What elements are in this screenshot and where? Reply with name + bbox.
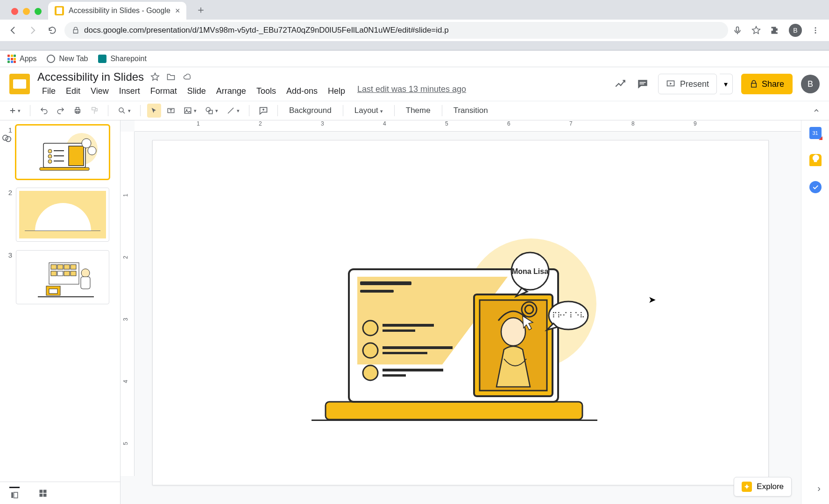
keep-addon-icon[interactable] xyxy=(809,154,822,166)
slide-canvas[interactable]: Mona Lisa ⠏⠗⠊ ⠇⠑⠧ xyxy=(152,140,769,485)
svg-rect-57 xyxy=(360,290,394,293)
menu-edit[interactable]: Edit xyxy=(61,84,85,98)
browser-tab[interactable]: Accessibility in Slides - Google × xyxy=(48,2,186,20)
paint-format-button[interactable] xyxy=(87,104,101,118)
menu-tools[interactable]: Tools xyxy=(252,84,281,98)
bookmark-apps[interactable]: Apps xyxy=(7,55,36,63)
minimize-window-button[interactable] xyxy=(23,8,30,15)
menu-insert[interactable]: Insert xyxy=(114,84,145,98)
line-tool[interactable] xyxy=(224,104,242,118)
print-button[interactable] xyxy=(71,104,85,118)
move-folder-icon[interactable] xyxy=(166,72,176,82)
present-icon xyxy=(666,79,675,89)
address-bar: docs.google.com/presentation/d/1MVs98m-v… xyxy=(0,20,829,41)
filmstrip[interactable]: 1 xyxy=(0,120,120,504)
menu-arrange[interactable]: Arrange xyxy=(212,84,251,98)
svg-point-24 xyxy=(48,154,52,158)
reload-button[interactable] xyxy=(45,23,60,38)
star-outline-icon[interactable] xyxy=(150,72,160,82)
new-slide-button[interactable]: ▾ xyxy=(6,104,23,118)
redo-button[interactable] xyxy=(54,104,68,118)
slide-comment-indicator-icon[interactable] xyxy=(2,133,12,144)
menu-slide[interactable]: Slide xyxy=(183,84,211,98)
svg-point-22 xyxy=(48,149,52,153)
tasks-addon-icon[interactable] xyxy=(809,181,822,193)
forward-button[interactable] xyxy=(25,23,40,38)
svg-point-2 xyxy=(815,30,816,31)
svg-rect-25 xyxy=(54,155,64,156)
filmstrip-view-icon[interactable] xyxy=(9,487,20,499)
svg-rect-44 xyxy=(38,296,94,297)
thumbnail-3[interactable] xyxy=(16,250,109,304)
transition-button[interactable]: Transition xyxy=(449,106,493,115)
image-tool[interactable] xyxy=(181,104,199,118)
menu-help[interactable]: Help xyxy=(323,84,350,98)
present-dropdown[interactable]: ▾ xyxy=(720,74,733,94)
comments-icon[interactable] xyxy=(636,77,650,91)
theme-button[interactable]: Theme xyxy=(401,106,435,115)
menu-bar: File Edit View Insert Format Slide Arran… xyxy=(37,84,466,98)
collapse-toolbar-button[interactable] xyxy=(809,104,823,118)
slide-thumb-2[interactable]: 2 xyxy=(5,188,115,242)
slide-thumb-1[interactable]: 1 xyxy=(5,125,115,179)
menu-view[interactable]: View xyxy=(86,84,113,98)
svg-point-64 xyxy=(363,365,378,380)
background-button[interactable]: Background xyxy=(284,106,336,115)
browser-menu-icon[interactable] xyxy=(811,26,820,35)
thumb1-art xyxy=(16,126,109,179)
svg-rect-63 xyxy=(383,352,427,354)
apps-grid-icon xyxy=(7,55,16,63)
shape-tool[interactable] xyxy=(202,104,221,118)
bookmark-star-icon[interactable] xyxy=(751,26,761,35)
svg-text:⠏⠗⠊ ⠇⠑⠧: ⠏⠗⠊ ⠇⠑⠧ xyxy=(552,311,585,319)
cloud-saved-icon[interactable] xyxy=(182,73,192,81)
close-window-button[interactable] xyxy=(11,8,18,15)
browser-profile-badge[interactable]: B xyxy=(789,24,802,37)
bookmarks-bar: Apps New Tab Sharepoint xyxy=(0,50,829,67)
calendar-addon-icon[interactable]: 31 xyxy=(809,127,822,139)
bookmark-new-tab[interactable]: New Tab xyxy=(47,55,88,63)
comment-tool[interactable] xyxy=(256,104,271,118)
account-avatar[interactable]: B xyxy=(801,75,820,93)
bookmark-sharepoint[interactable]: Sharepoint xyxy=(98,55,146,63)
slides-logo-icon[interactable] xyxy=(9,74,30,94)
svg-rect-34 xyxy=(64,265,70,269)
explore-button[interactable]: ✦ Explore xyxy=(734,477,792,497)
zoom-button[interactable] xyxy=(115,104,134,118)
present-button[interactable]: Present xyxy=(658,74,717,94)
document-title[interactable]: Accessibility in Slides xyxy=(37,70,144,84)
filmstrip-view-toggle xyxy=(0,482,120,504)
new-tab-button[interactable]: ＋ xyxy=(193,2,209,18)
menu-format[interactable]: Format xyxy=(146,84,182,98)
undo-button[interactable] xyxy=(37,104,51,118)
voice-search-icon[interactable] xyxy=(733,26,742,35)
layout-button[interactable]: Layout xyxy=(350,106,388,115)
svg-rect-36 xyxy=(51,271,57,276)
slide-thumb-3[interactable]: 3 xyxy=(5,250,115,304)
url-input[interactable]: docs.google.com/presentation/d/1MVs98m-v… xyxy=(64,22,728,39)
side-panel: 31 xyxy=(801,120,829,504)
menu-addons[interactable]: Add-ons xyxy=(282,84,322,98)
svg-point-29 xyxy=(82,139,91,148)
activity-icon[interactable] xyxy=(613,77,627,91)
side-panel-expand-icon[interactable]: › xyxy=(817,483,821,494)
select-tool[interactable] xyxy=(147,104,161,118)
svg-rect-39 xyxy=(71,271,76,276)
toolbar: ▾ Background Layout Theme Transition xyxy=(0,101,829,120)
extensions-icon[interactable] xyxy=(770,26,779,35)
textbox-tool[interactable] xyxy=(164,104,178,118)
last-edit-link[interactable]: Last edit was 13 minutes ago xyxy=(357,84,466,98)
grid-view-icon[interactable] xyxy=(38,489,48,498)
globe-icon xyxy=(47,55,55,63)
fullscreen-window-button[interactable] xyxy=(35,8,42,15)
svg-point-18 xyxy=(6,136,11,141)
share-button[interactable]: Share xyxy=(741,74,793,94)
menu-file[interactable]: File xyxy=(37,84,60,98)
back-button[interactable] xyxy=(6,23,21,38)
close-tab-icon[interactable]: × xyxy=(175,6,180,16)
svg-point-11 xyxy=(119,108,123,112)
thumbnail-2[interactable] xyxy=(16,188,109,242)
svg-point-26 xyxy=(48,160,52,163)
svg-rect-27 xyxy=(54,161,64,161)
thumbnail-1[interactable] xyxy=(16,125,109,179)
